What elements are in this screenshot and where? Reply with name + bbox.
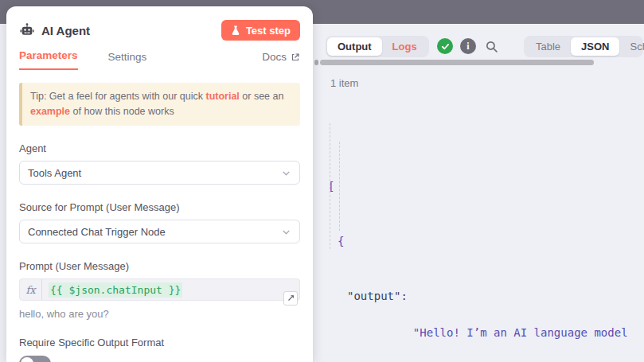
json-output-entry: "output": "Hello! I’m an AI language mod…	[328, 287, 641, 362]
test-step-button[interactable]: Test step	[221, 20, 300, 41]
agent-select[interactable]: Tools Agent	[19, 161, 300, 185]
check-circle-icon	[437, 38, 453, 54]
external-link-icon	[291, 53, 300, 62]
json-key: "output":	[328, 287, 408, 362]
run-status-icons: i	[437, 38, 499, 54]
expression-value[interactable]: {{ $json.chatInput }}	[49, 282, 182, 298]
flask-icon	[231, 25, 240, 36]
format-switch: Table JSON Schema	[524, 36, 643, 57]
toggle-knob	[21, 357, 33, 362]
output-format-label: Require Specific Output Format	[19, 337, 300, 348]
tab-parameters[interactable]: Parameters	[19, 49, 78, 70]
tab-schema[interactable]: Schema	[619, 37, 644, 56]
search-icon[interactable]	[483, 38, 499, 54]
page-title: AI Agent	[41, 24, 90, 37]
prompt-source-select[interactable]: Connected Chat Trigger Node	[19, 220, 300, 243]
json-open-bracket: [	[328, 177, 641, 196]
output-logs-switch: Output Logs	[326, 36, 429, 57]
expression-expand-icon[interactable]	[283, 291, 298, 306]
json-output-view: [ { "output": "Hello! I’m an AI language…	[328, 104, 641, 362]
tab-output[interactable]: Output	[327, 37, 382, 56]
example-link[interactable]: example	[30, 106, 70, 117]
tab-table[interactable]: Table	[525, 37, 571, 56]
prompt-source-label: Source for Prompt (User Message)	[19, 201, 300, 213]
agent-label: Agent	[19, 142, 300, 154]
chevron-down-icon	[281, 227, 291, 237]
fx-badge: fx	[20, 279, 42, 300]
prompt-expression-input[interactable]: fx {{ $json.chatInput }}	[19, 278, 300, 301]
info-icon[interactable]: i	[460, 38, 476, 54]
tip-callout: Tip: Get a feel for agents with our quic…	[19, 83, 300, 126]
tab-settings[interactable]: Settings	[108, 51, 147, 70]
panel-header: AI Agent Test step	[19, 19, 300, 41]
output-format-toggle[interactable]	[19, 356, 51, 362]
tutorial-link[interactable]: tutorial	[205, 91, 239, 102]
node-settings-panel: AI Agent Test step Parameters Settings D…	[6, 6, 313, 362]
prompt-label: Prompt (User Message)	[19, 260, 300, 272]
json-value: "Hello! I’m an AI language model created…	[413, 287, 642, 362]
panel-resize-handle[interactable]	[314, 60, 318, 65]
tab-logs[interactable]: Logs	[382, 37, 427, 56]
docs-link[interactable]: Docs	[262, 51, 300, 70]
robot-icon	[19, 22, 35, 38]
prompt-hint: hello, who are you?	[19, 308, 300, 320]
items-count: 1 item	[330, 77, 358, 89]
tab-bar: Parameters Settings Docs	[19, 49, 300, 70]
chevron-down-icon	[281, 168, 291, 178]
horizontal-scrollbar[interactable]	[320, 60, 594, 65]
tab-json[interactable]: JSON	[571, 37, 619, 56]
json-open-brace: {	[328, 232, 641, 251]
